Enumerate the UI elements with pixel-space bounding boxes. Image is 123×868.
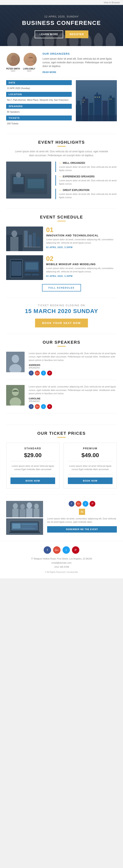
svg-rect-87	[22, 528, 35, 529]
booking-sub: TICKET BOOKING CLOSING ON	[6, 304, 117, 307]
promo-content: f G+ t P 31 Lorem ipsum dolor sit amet, …	[47, 501, 117, 535]
promo-image-2	[6, 518, 43, 535]
footer-pinterest-icon[interactable]: P	[72, 546, 79, 554]
date-value: 12 APR 2020 (Sunday)	[6, 86, 72, 92]
view-in-browser-link[interactable]: View In Browser	[104, 1, 120, 4]
svg-rect-55	[33, 233, 36, 247]
footer-address-line1: 77 Belgium Hollow Road, First Street, Lo…	[6, 557, 117, 561]
highlights-underline	[57, 146, 66, 147]
googleplus-icon-1[interactable]: G+	[35, 371, 40, 375]
googleplus-icon-2[interactable]: G+	[35, 404, 40, 409]
info-section: DATE 12 APR 2020 (Sunday) LOCATION No:7,…	[0, 78, 123, 133]
svg-rect-76	[20, 509, 26, 517]
promo-pinterest-icon[interactable]: P	[90, 501, 95, 507]
facebook-icon-2[interactable]: f	[29, 404, 34, 409]
svg-point-45	[16, 172, 21, 178]
highlights-list: WELL ORGANIZED Lorem ipsum dolor sit ame…	[55, 161, 117, 202]
highlight-desc-3: Lorem ipsum dolor sit amet elit. Duis ve…	[59, 192, 117, 199]
svg-rect-54	[29, 235, 32, 247]
schedule-item-desc-1: Lorem ipsum dolor sit amet, consectetur …	[46, 238, 117, 245]
speakers-section: OUR SPEAKERS Lorem ipsum dolor sit amet,…	[0, 334, 123, 425]
speaker-caroline-role: SPEAKERS	[29, 400, 117, 402]
speaker-caroline-photo	[6, 385, 25, 406]
highlight-item-1: WELL ORGANIZED Lorem ipsum dolor sit ame…	[55, 161, 117, 172]
speaker-andrews-name: ANDREWS	[29, 364, 117, 366]
learn-more-button[interactable]: LEARN MORE	[35, 30, 63, 38]
svg-rect-47	[13, 177, 24, 184]
promo-facebook-icon[interactable]: f	[69, 501, 74, 507]
remember-event-button[interactable]: REMEMBER ME THE EVENT	[47, 526, 117, 532]
pinterest-icon-2[interactable]: P	[47, 404, 52, 409]
top-bar: View In Browser	[0, 0, 123, 5]
city-image	[76, 80, 117, 127]
location-value: No:7, Park Avenue, West Place, Newyork C…	[6, 98, 72, 103]
twitter-icon-1[interactable]: t	[41, 371, 46, 375]
highlights-desc: Lorem ipsum dolor sit amet elit. Duis ve…	[12, 150, 111, 157]
promo-twitter-icon[interactable]: t	[83, 501, 88, 507]
svg-point-77	[27, 502, 32, 508]
svg-rect-78	[26, 508, 32, 517]
svg-point-1	[10, 33, 15, 38]
speakers-title: OUR SPEAKERS	[6, 340, 117, 345]
svg-rect-34	[84, 100, 85, 100]
svg-rect-26	[83, 97, 85, 100]
read-more-link[interactable]: READ MORE	[42, 71, 56, 73]
schedule-section: EVENT SCHEDULE	[0, 209, 123, 298]
full-schedules-button[interactable]: FULL SCHEDULES	[42, 284, 81, 291]
organizer-lara-role: CEO	[23, 70, 35, 72]
schedule-item-1: 01 INNOVATION AND TECHNOLOGICAL Lorem ip…	[6, 226, 117, 251]
footer-twitter-icon[interactable]: t	[63, 546, 70, 554]
footer-address: 77 Belgium Hollow Road, First Street, Lo…	[6, 557, 117, 569]
organizer-lara-photo	[23, 52, 37, 67]
schedule-number-2: 02	[46, 255, 117, 262]
twitter-icon-2[interactable]: t	[41, 404, 46, 409]
highlight-desc-2: Lorem ipsum dolor sit amet elit. Duis ve…	[59, 179, 117, 186]
footer-copyright: © All Rights Reserved | Unsubscribe	[6, 571, 117, 573]
schedule-item-title-2: MOBILE MOKEUP AND MODELING	[46, 263, 117, 266]
info-details: DATE 12 APR 2020 (Sunday) LOCATION No:7,…	[6, 80, 72, 127]
book-premium-button[interactable]: BOOK NOW	[68, 477, 113, 484]
hero-title: BUSINESS CONFERENCE	[22, 20, 101, 26]
svg-point-67	[12, 355, 19, 363]
tickets-label: TICKETS	[6, 116, 72, 120]
facebook-icon-1[interactable]: f	[29, 371, 34, 375]
svg-rect-86	[22, 526, 33, 527]
speakers-underline	[57, 346, 66, 346]
register-button[interactable]: REGISTER	[65, 30, 88, 38]
footer-facebook-icon[interactable]: f	[44, 546, 51, 554]
schedule-content-1: 01 INNOVATION AND TECHNOLOGICAL Lorem ip…	[46, 226, 117, 251]
svg-rect-48	[28, 179, 44, 188]
speaker-andrews-social: f G+ t P	[29, 371, 117, 375]
promo-googleplus-icon[interactable]: G+	[76, 501, 81, 507]
organizer-peter-photo	[6, 52, 20, 67]
svg-rect-59	[6, 255, 43, 280]
svg-rect-88	[9, 532, 40, 533]
schedule-date-2: 02 APRIL 2020, 3.30PM	[46, 275, 117, 277]
svg-rect-35	[83, 102, 83, 102]
svg-rect-74	[12, 509, 18, 517]
svg-rect-44	[12, 176, 25, 192]
ticket-standard: STANDARD $29.00 Lorem ipsum dolor sit am…	[6, 443, 59, 488]
book-seat-button[interactable]: BOOK YOUR SEAT NOW	[35, 318, 88, 328]
footer-googleplus-icon[interactable]: G+	[53, 546, 60, 554]
pinterest-icon-1[interactable]: P	[47, 371, 52, 375]
promo-social-icons: f G+ t P	[47, 501, 117, 507]
footer-promo-section: f G+ t P 31 Lorem ipsum dolor sit amet, …	[0, 495, 123, 541]
svg-rect-65	[32, 274, 39, 275]
svg-point-73	[13, 503, 18, 509]
schedule-item-title-1: INNOVATION AND TECHNOLOGICAL	[46, 234, 117, 237]
hero-section: 12 APRIL 2020, SUNDAY BUSINESS CONFERENC…	[0, 5, 123, 46]
tickets-title: OUR TICKET PRICES	[6, 431, 117, 436]
speaker-andrews-content: Lorem ipsum dolor sit amet, consectetur …	[29, 352, 117, 376]
svg-rect-50	[6, 235, 23, 251]
organizer-text: OUR ORGANIZERS Lorem ipsum dolor sit ame…	[39, 52, 117, 74]
speaker-caroline-name: CAROLINE	[29, 397, 117, 400]
schedule-image-2	[6, 255, 43, 280]
svg-rect-84	[12, 524, 20, 529]
speaker-row-2: Lorem ipsum dolor sit amet, consectetur …	[6, 385, 117, 413]
book-standard-button[interactable]: BOOK NOW	[10, 477, 55, 484]
promo-desc: Lorem ipsum dolor sit amet, consectetur …	[47, 517, 117, 524]
svg-rect-62	[25, 261, 39, 272]
promo-images	[6, 501, 43, 535]
svg-rect-29	[96, 92, 98, 96]
